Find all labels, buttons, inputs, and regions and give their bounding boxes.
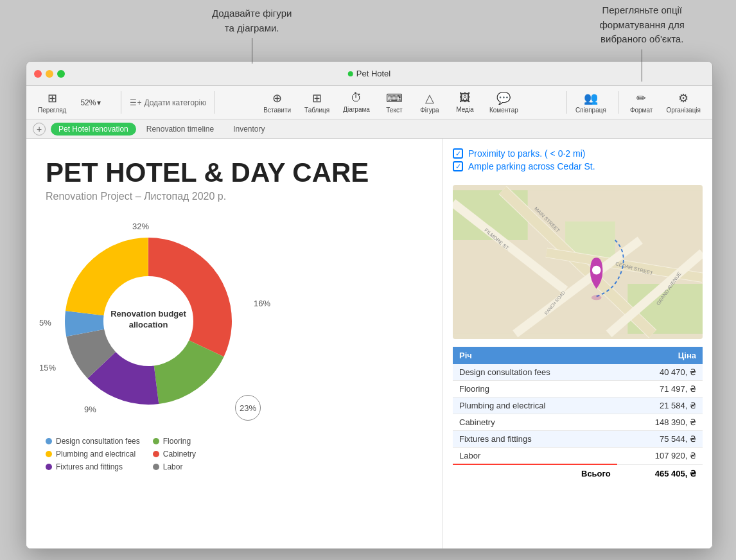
- checkbox-2[interactable]: [453, 161, 463, 171]
- svg-text:Renovation budget: Renovation budget: [110, 309, 186, 319]
- pct-5: 5%: [39, 318, 51, 328]
- total-label: Всього: [453, 464, 617, 482]
- annotation-left: Додавайте фігури та діаграми.: [212, 6, 292, 66]
- price-cell: 75 544, ₴: [617, 431, 703, 448]
- shape-icon: △: [425, 91, 434, 105]
- svg-point-25: [591, 295, 602, 301]
- scale-chevron: ▾: [97, 98, 101, 107]
- tabs-bar: + Pet Hotel renovation Renovation timeli…: [26, 119, 712, 139]
- comment-label: Коментар: [489, 107, 518, 114]
- view-label: Перегляд: [38, 107, 66, 114]
- price-cell: 21 584, ₴: [617, 398, 703, 414]
- comment-button[interactable]: 💬 Коментар: [484, 89, 523, 116]
- annotation-area: Proximity to parks. ( < 0·2 mi) Ample pa…: [453, 148, 703, 174]
- legend-dot-plumbing: [46, 451, 52, 457]
- organize-label: Організація: [666, 107, 701, 114]
- tab-inventory[interactable]: Inventory: [224, 122, 274, 136]
- price-table: Річ Ціна Design consultation fees 40 470…: [453, 347, 703, 482]
- table-container: Річ Ціна Design consultation fees 40 470…: [453, 347, 703, 482]
- title-dot: [348, 71, 353, 76]
- table-row: Fixtures and fittings 75 544, ₴: [453, 431, 703, 448]
- donut-chart: Renovation budget allocation: [52, 225, 245, 417]
- price-cell-labor: 107 920, ₴: [617, 448, 703, 465]
- item-cell: Cabinetry: [453, 414, 617, 431]
- add-cat-icon: ☰+: [130, 98, 141, 107]
- divider1: [121, 91, 121, 114]
- organize-icon: ⚙: [678, 91, 688, 105]
- collaborate-button[interactable]: 👥 Співпраця: [570, 89, 611, 116]
- media-label: Медіа: [456, 106, 473, 113]
- shape-button[interactable]: △ Фігура: [414, 89, 446, 116]
- legend-dot-fixtures: [46, 464, 52, 470]
- toolbar: ⊞ Перегляд 52% ▾ ☰+ Додати категорію ⊕ В…: [26, 86, 712, 119]
- text-label: Текст: [386, 107, 402, 114]
- price-cell: 40 470, ₴: [617, 364, 703, 381]
- comment-icon: 💬: [496, 91, 511, 105]
- annotation-line-1: Proximity to parks. ( < 0·2 mi): [453, 148, 703, 159]
- media-icon: 🖼: [459, 91, 471, 105]
- col-item-header: Річ: [453, 347, 617, 364]
- annotation-text-1: Proximity to parks. ( < 0·2 mi): [468, 148, 585, 159]
- table-row: Flooring 71 497, ₴: [453, 381, 703, 398]
- slide-title: PET HOTEL & DAY CARE: [46, 158, 423, 188]
- tab-renovation-timeline[interactable]: Renovation timeline: [137, 122, 223, 136]
- item-cell-labor: Labor: [453, 448, 617, 465]
- legend-item-plumbing: Plumbing and electrical: [46, 450, 140, 459]
- view-icon: ⊞: [48, 91, 57, 105]
- annotation-line-2: Ample parking across Cedar St.: [453, 161, 703, 171]
- close-button[interactable]: [34, 70, 42, 78]
- legend-dot-design: [46, 438, 52, 444]
- legend-dot-flooring: [153, 438, 159, 444]
- collaborate-icon: 👥: [584, 91, 598, 105]
- add-tab-button[interactable]: +: [33, 123, 46, 136]
- maximize-button[interactable]: [57, 70, 65, 78]
- divider2: [215, 91, 215, 114]
- add-category-button[interactable]: ☰+ Додати категорію: [125, 96, 211, 109]
- item-cell: Fixtures and fittings: [453, 431, 617, 448]
- svg-text:allocation: allocation: [129, 320, 168, 329]
- view-button[interactable]: ⊞ Перегляд: [33, 89, 71, 116]
- tab-pet-hotel-renovation[interactable]: Pet Hotel renovation: [51, 123, 136, 136]
- legend-item-fixtures: Fixtures and fittings: [46, 462, 140, 471]
- format-icon: ✏: [636, 91, 646, 105]
- format-button[interactable]: ✏ Формат: [625, 89, 658, 116]
- legend-dot-labor: [153, 464, 159, 470]
- total-row: Всього 465 405, ₴: [453, 464, 703, 482]
- insert-button[interactable]: ⊕ Вставити: [258, 89, 296, 116]
- map-svg: FILMORE ST. MAIN STREET CEDAR STREET RAN…: [453, 185, 703, 339]
- minimize-button[interactable]: [46, 70, 53, 78]
- organize-button[interactable]: ⚙ Організація: [661, 89, 706, 116]
- chart-button[interactable]: ⏱ Діаграма: [338, 89, 375, 116]
- divider4: [618, 91, 618, 114]
- legend-col-2: Flooring Cabinetry Labor: [153, 437, 196, 471]
- shape-label: Фігура: [420, 107, 439, 114]
- table-button[interactable]: ⊞ Таблиця: [299, 89, 335, 116]
- scale-selector[interactable]: 52% ▾: [76, 96, 105, 109]
- item-cell: Flooring: [453, 381, 617, 398]
- legend-dot-cabinetry: [153, 451, 159, 457]
- pct-16: 16%: [254, 299, 270, 308]
- table-icon: ⊞: [312, 91, 322, 105]
- total-value: 465 405, ₴: [617, 464, 703, 482]
- checkbox-1[interactable]: [453, 148, 463, 159]
- table-label: Таблиця: [304, 107, 329, 114]
- main-content: PET HOTEL & DAY CARE Renovation Project …: [26, 139, 712, 549]
- annotation-right: Перегляньте опції форматування для вибра…: [599, 3, 685, 84]
- text-button[interactable]: ⌨ Текст: [378, 89, 410, 116]
- table-row: Design consultation fees 40 470, ₴: [453, 364, 703, 381]
- price-cell: 71 497, ₴: [617, 381, 703, 398]
- table-row-labor: Labor 107 920, ₴: [453, 448, 703, 465]
- legend: Design consultation fees Plumbing and el…: [46, 437, 423, 471]
- right-panel: Proximity to parks. ( < 0·2 mi) Ample pa…: [442, 139, 712, 549]
- media-button[interactable]: 🖼 Медіа: [449, 89, 481, 116]
- slide-subtitle: Renovation Project – Листопад 2020 р.: [46, 191, 423, 202]
- annotation-text-2: Ample parking across Cedar St.: [468, 161, 595, 171]
- table-row: Cabinetry 148 390, ₴: [453, 414, 703, 431]
- insert-label: Вставити: [263, 107, 291, 114]
- map-container: FILMORE ST. MAIN STREET CEDAR STREET RAN…: [453, 185, 703, 339]
- table-row: Plumbing and electrical 21 584, ₴: [453, 398, 703, 414]
- svg-point-26: [592, 266, 601, 275]
- chart-label: Діаграма: [343, 106, 370, 113]
- format-label: Формат: [630, 107, 653, 114]
- item-cell: Plumbing and electrical: [453, 398, 617, 414]
